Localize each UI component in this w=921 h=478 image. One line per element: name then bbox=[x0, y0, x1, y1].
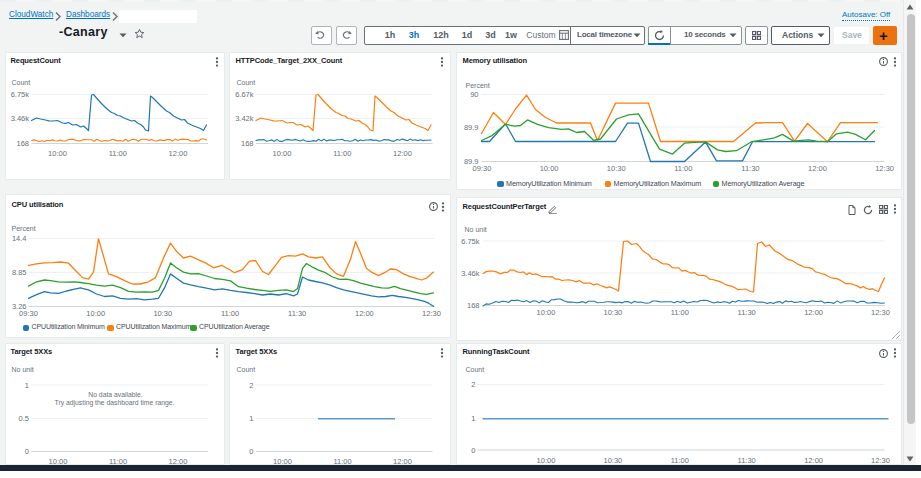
svg-text:10:00: 10:00 bbox=[273, 457, 292, 465]
svg-text:10:00: 10:00 bbox=[86, 308, 105, 317]
svg-text:10:30: 10:30 bbox=[153, 308, 172, 317]
svg-text:12:30: 12:30 bbox=[422, 308, 441, 317]
svg-text:3.46k: 3.46k bbox=[10, 114, 29, 123]
svg-text:12:00: 12:00 bbox=[168, 457, 187, 465]
svg-text:10:00: 10:00 bbox=[536, 308, 555, 317]
svg-text:12:30: 12:30 bbox=[875, 164, 894, 173]
svg-text:12:00: 12:00 bbox=[393, 457, 412, 465]
svg-text:0: 0 bbox=[471, 445, 475, 454]
svg-text:11:00: 11:00 bbox=[108, 149, 126, 158]
svg-text:11:30: 11:30 bbox=[737, 308, 755, 317]
svg-text:0: 0 bbox=[24, 447, 28, 456]
svg-text:2: 2 bbox=[249, 380, 253, 389]
svg-text:12:00: 12:00 bbox=[168, 149, 187, 158]
svg-text:168: 168 bbox=[241, 139, 254, 148]
svg-text:168: 168 bbox=[466, 301, 479, 310]
svg-text:6.75k: 6.75k bbox=[10, 90, 29, 99]
svg-text:12:00: 12:00 bbox=[355, 308, 374, 317]
svg-text:No data available.: No data available. bbox=[88, 390, 143, 397]
svg-text:6.75k: 6.75k bbox=[461, 236, 480, 245]
svg-text:11:00: 11:00 bbox=[108, 457, 126, 465]
svg-text:09:30: 09:30 bbox=[19, 308, 38, 317]
svg-text:2: 2 bbox=[471, 380, 475, 389]
svg-text:12:00: 12:00 bbox=[393, 149, 412, 158]
svg-text:8.85: 8.85 bbox=[11, 268, 26, 277]
svg-text:10:00: 10:00 bbox=[48, 457, 67, 465]
svg-text:10:00: 10:00 bbox=[536, 456, 555, 465]
svg-text:12:00: 12:00 bbox=[804, 308, 823, 317]
svg-text:1: 1 bbox=[24, 380, 28, 389]
svg-text:12:00: 12:00 bbox=[804, 456, 823, 465]
svg-text:11:00: 11:00 bbox=[333, 149, 351, 158]
svg-text:Try adjusting the dashboard ti: Try adjusting the dashboard time range. bbox=[54, 399, 174, 407]
svg-text:3.46k: 3.46k bbox=[461, 268, 480, 277]
svg-text:0.5: 0.5 bbox=[18, 414, 28, 423]
svg-text:10:30: 10:30 bbox=[606, 164, 625, 173]
svg-text:11:00: 11:00 bbox=[333, 457, 351, 465]
svg-text:10:00: 10:00 bbox=[48, 149, 67, 158]
svg-text:12:30: 12:30 bbox=[871, 456, 890, 465]
svg-text:11:00: 11:00 bbox=[674, 164, 692, 173]
svg-text:168: 168 bbox=[16, 139, 29, 148]
svg-text:11:00: 11:00 bbox=[670, 308, 688, 317]
svg-text:11:30: 11:30 bbox=[741, 164, 759, 173]
svg-text:14.4: 14.4 bbox=[11, 234, 26, 243]
svg-text:10:30: 10:30 bbox=[603, 308, 622, 317]
svg-text:11:00: 11:00 bbox=[670, 456, 688, 465]
svg-text:11:00: 11:00 bbox=[220, 308, 238, 317]
svg-text:11:30: 11:30 bbox=[288, 308, 306, 317]
svg-text:89.9: 89.9 bbox=[463, 122, 478, 131]
svg-text:6.67k: 6.67k bbox=[235, 90, 254, 99]
svg-text:11:30: 11:30 bbox=[737, 456, 755, 465]
svg-text:12:30: 12:30 bbox=[871, 308, 890, 317]
svg-text:1: 1 bbox=[471, 414, 475, 423]
svg-text:10:00: 10:00 bbox=[273, 149, 292, 158]
svg-text:0: 0 bbox=[249, 447, 253, 456]
svg-text:12:00: 12:00 bbox=[808, 164, 827, 173]
svg-text:10:30: 10:30 bbox=[603, 456, 622, 465]
svg-text:1: 1 bbox=[249, 414, 253, 423]
svg-text:90: 90 bbox=[470, 90, 478, 99]
svg-text:3.42k: 3.42k bbox=[235, 114, 254, 123]
svg-text:09:30: 09:30 bbox=[472, 164, 491, 173]
svg-text:10:00: 10:00 bbox=[539, 164, 558, 173]
